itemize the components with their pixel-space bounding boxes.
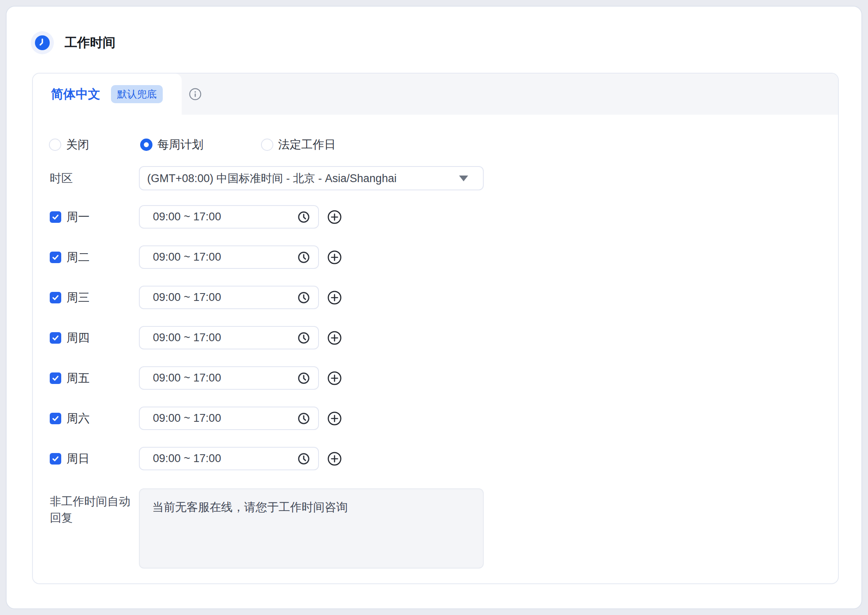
radio-label: 关闭: [66, 137, 89, 153]
time-range-input[interactable]: 09:00 ~ 17:00: [139, 286, 319, 309]
time-range-input[interactable]: 09:00 ~ 17:00: [139, 447, 319, 470]
weekday-label: 周四: [67, 330, 90, 346]
add-time-range-button[interactable]: [327, 290, 342, 305]
check-icon: [51, 253, 60, 261]
weekday-row: 周三 09:00 ~ 17:00: [33, 286, 838, 309]
plus-circle-icon: [327, 210, 342, 224]
info-icon[interactable]: [189, 88, 201, 100]
default-fallback-badge: 默认兜底: [111, 85, 163, 103]
add-time-range-button[interactable]: [327, 451, 342, 466]
page-title: 工作时间: [65, 34, 115, 51]
weekday-checkbox[interactable]: [50, 372, 61, 384]
weekday-checkbox[interactable]: [50, 332, 61, 344]
clock-icon[interactable]: [298, 453, 310, 465]
time-range-value: 09:00 ~ 17:00: [153, 372, 221, 384]
timezone-value: (GMT+08:00) 中国标准时间 - 北京 - Asia/Shanghai: [147, 171, 459, 186]
add-time-range-button[interactable]: [327, 210, 342, 224]
time-range-input[interactable]: 09:00 ~ 17:00: [139, 245, 319, 269]
weekday-schedule-list: 周一 09:00 ~ 17:00: [33, 205, 838, 470]
time-range-value: 09:00 ~ 17:00: [153, 412, 221, 425]
clock-icon[interactable]: [298, 412, 310, 425]
time-range-value: 09:00 ~ 17:00: [153, 210, 221, 223]
add-time-range-button[interactable]: [327, 250, 342, 265]
check-icon: [51, 455, 60, 463]
timezone-select[interactable]: (GMT+08:00) 中国标准时间 - 北京 - Asia/Shanghai: [139, 166, 484, 190]
plus-circle-icon: [327, 371, 342, 386]
weekday-label: 周三: [67, 290, 90, 305]
time-range-value: 09:00 ~ 17:00: [153, 291, 221, 304]
weekday-label: 周日: [67, 451, 90, 467]
weekday-row: 周一 09:00 ~ 17:00: [33, 205, 838, 229]
plus-circle-icon: [327, 250, 342, 265]
time-range-value: 09:00 ~ 17:00: [153, 452, 221, 465]
radio-button[interactable]: [261, 139, 273, 151]
time-range-input[interactable]: 09:00 ~ 17:00: [139, 205, 319, 229]
clock-icon: [31, 31, 54, 54]
tab-simplified-chinese[interactable]: 简体中文 默认兜底: [33, 74, 182, 115]
radio-button[interactable]: [49, 139, 61, 151]
schedule-mode-option[interactable]: 每周计划: [140, 137, 203, 153]
weekday-row: 周五 09:00 ~ 17:00: [33, 366, 838, 390]
weekday-checkbox[interactable]: [50, 211, 61, 223]
time-range-value: 09:00 ~ 17:00: [153, 251, 221, 264]
schedule-mode-group: 关闭 每周计划 法定工作日: [33, 139, 838, 151]
weekday-checkbox[interactable]: [50, 292, 61, 303]
clock-icon[interactable]: [298, 332, 310, 344]
weekday-label: 周六: [67, 411, 90, 426]
check-icon: [51, 213, 60, 221]
weekday-checkbox[interactable]: [50, 252, 61, 263]
timezone-row: 时区 (GMT+08:00) 中国标准时间 - 北京 - Asia/Shangh…: [33, 166, 838, 190]
weekday-label: 周二: [67, 250, 90, 265]
plus-circle-icon: [327, 331, 342, 345]
auto-reply-textarea[interactable]: 当前无客服在线，请您于工作时间咨询: [139, 488, 484, 569]
check-icon: [51, 334, 60, 342]
timezone-label: 时区: [50, 171, 139, 186]
time-range-value: 09:00 ~ 17:00: [153, 331, 221, 344]
radio-label: 法定工作日: [278, 137, 336, 153]
plus-circle-icon: [327, 290, 342, 305]
clock-icon[interactable]: [298, 372, 310, 384]
weekday-row: 周二 09:00 ~ 17:00: [33, 245, 838, 269]
tab-label: 简体中文: [51, 86, 100, 103]
weekday-label: 周一: [67, 209, 90, 225]
add-time-range-button[interactable]: [327, 331, 342, 345]
time-range-input[interactable]: 09:00 ~ 17:00: [139, 407, 319, 430]
weekday-row: 周六 09:00 ~ 17:00: [33, 407, 838, 430]
language-tabstrip: 简体中文 默认兜底: [33, 74, 838, 115]
add-time-range-button[interactable]: [327, 371, 342, 386]
radio-label: 每周计划: [157, 137, 203, 153]
schedule-mode-option[interactable]: 关闭: [49, 137, 89, 153]
add-time-range-button[interactable]: [327, 411, 342, 426]
weekday-label: 周五: [67, 370, 90, 386]
clock-icon[interactable]: [298, 291, 310, 304]
clock-icon[interactable]: [298, 211, 310, 223]
weekday-checkbox[interactable]: [50, 453, 61, 465]
check-icon: [51, 294, 60, 302]
auto-reply-label: 非工作时间自动回复: [50, 488, 139, 526]
check-icon: [51, 414, 60, 423]
check-icon: [51, 374, 60, 382]
plus-circle-icon: [327, 411, 342, 426]
weekday-checkbox[interactable]: [50, 413, 61, 424]
auto-reply-row: 非工作时间自动回复 当前无客服在线，请您于工作时间咨询: [33, 488, 838, 569]
weekday-row: 周日 09:00 ~ 17:00: [33, 447, 838, 470]
settings-panel: 工作时间 简体中文 默认兜底 关闭: [6, 6, 862, 609]
plus-circle-icon: [327, 451, 342, 466]
time-range-input[interactable]: 09:00 ~ 17:00: [139, 366, 319, 390]
weekday-row: 周四 09:00 ~ 17:00: [33, 326, 838, 349]
schedule-mode-option[interactable]: 法定工作日: [261, 137, 336, 153]
working-hours-card: 简体中文 默认兜底 关闭 每周计划: [32, 73, 839, 584]
caret-down-icon: [459, 176, 468, 181]
time-range-input[interactable]: 09:00 ~ 17:00: [139, 326, 319, 349]
clock-icon[interactable]: [298, 251, 310, 264]
radio-button[interactable]: [140, 139, 152, 151]
page-header: 工作时间: [31, 31, 115, 54]
